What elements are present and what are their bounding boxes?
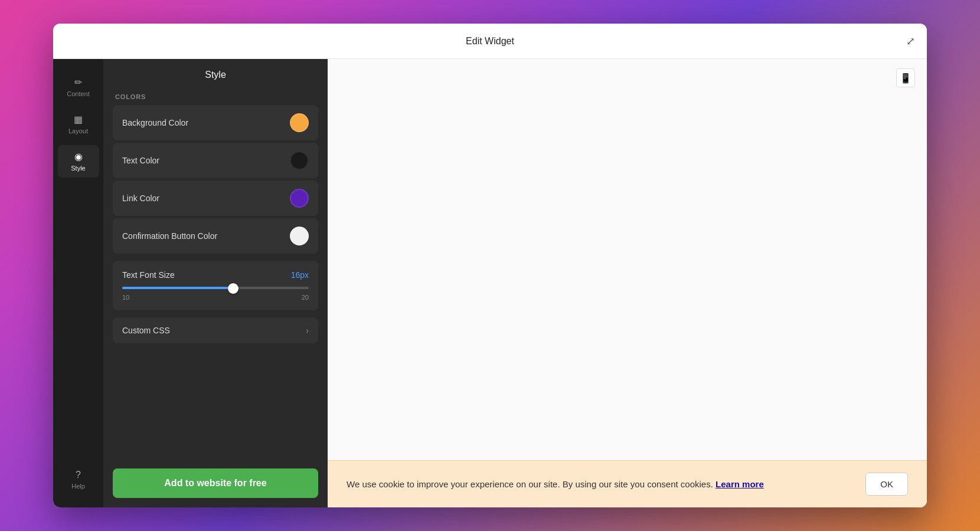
expand-button[interactable]: ⤢ (906, 35, 915, 48)
preview-toolbar: 📱 (896, 68, 915, 87)
sidebar-item-help[interactable]: ? Help (58, 464, 99, 496)
sidebar-item-content[interactable]: ✏ Content (58, 71, 99, 103)
chevron-right-icon: › (306, 326, 309, 335)
custom-css-row[interactable]: Custom CSS › (113, 317, 318, 343)
sidebar-item-layout[interactable]: ▦ Layout (58, 108, 99, 140)
slider-min-label: 10 (122, 294, 129, 301)
modal-header: Edit Widget ⤢ (53, 24, 927, 59)
confirmation-button-color-row: Confirmation Button Color (113, 218, 318, 254)
link-color-swatch[interactable] (290, 189, 309, 208)
background-color-swatch[interactable] (290, 113, 309, 132)
content-icon: ✏ (74, 77, 82, 88)
modal-title: Edit Widget (466, 36, 514, 47)
sidebar-help-label: Help (71, 483, 85, 490)
confirmation-button-color-label: Confirmation Button Color (122, 231, 217, 241)
link-color-label: Link Color (122, 194, 159, 203)
font-size-slider-container (122, 287, 309, 289)
background-color-row: Background Color (113, 105, 318, 140)
font-size-header: Text Font Size 16px (122, 270, 309, 280)
colors-section-label: COLORS (113, 86, 318, 105)
preview-area: 📱 We use cookie to improve your experien… (328, 59, 927, 507)
font-size-section: Text Font Size 16px 10 20 (113, 261, 318, 310)
layout-icon: ▦ (74, 114, 83, 125)
font-size-value: 16px (291, 270, 309, 280)
text-color-swatch[interactable] (290, 151, 309, 170)
cookie-text: We use cookie to improve your experience… (347, 479, 764, 489)
sidebar-style-label: Style (71, 165, 85, 172)
style-icon: ◉ (74, 151, 83, 162)
style-panel: Style COLORS Background Color Text Color… (103, 59, 328, 507)
sidebar-icons: ✏ Content ▦ Layout ◉ Style ? Help (53, 59, 103, 507)
modal-body: ✏ Content ▦ Layout ◉ Style ? Help Style (53, 59, 927, 507)
font-size-slider[interactable] (122, 283, 309, 286)
text-color-label: Text Color (122, 156, 159, 165)
add-website-button[interactable]: Add to website for free (113, 468, 318, 498)
style-panel-header: Style (103, 59, 328, 86)
style-panel-title: Style (205, 70, 226, 80)
text-color-row: Text Color (113, 143, 318, 178)
slider-labels: 10 20 (122, 294, 309, 301)
slider-track (122, 287, 309, 289)
font-size-label: Text Font Size (122, 270, 175, 280)
help-icon: ? (76, 470, 81, 480)
style-panel-content: COLORS Background Color Text Color Link … (103, 86, 328, 461)
phone-icon: 📱 (900, 73, 912, 84)
cookie-message: We use cookie to improve your experience… (347, 479, 713, 489)
preview-content (328, 59, 927, 507)
custom-css-label: Custom CSS (122, 326, 170, 335)
mobile-device-icon[interactable]: 📱 (896, 68, 915, 87)
sidebar-layout-label: Layout (68, 127, 88, 135)
slider-fill (122, 287, 234, 289)
background-color-label: Background Color (122, 118, 188, 127)
cookie-learn-more-link[interactable]: Learn more (716, 479, 764, 489)
slider-max-label: 20 (302, 294, 309, 301)
confirmation-button-color-swatch[interactable] (290, 227, 309, 245)
sidebar-content-label: Content (67, 90, 90, 97)
link-color-row: Link Color (113, 181, 318, 216)
edit-widget-modal: Edit Widget ⤢ ✏ Content ▦ Layout ◉ Style… (53, 24, 927, 507)
sidebar-item-style[interactable]: ◉ Style (58, 145, 99, 178)
sidebar-bottom: ? Help (58, 464, 99, 507)
cookie-banner: We use cookie to improve your experience… (328, 460, 927, 507)
cookie-ok-button[interactable]: OK (865, 473, 908, 496)
